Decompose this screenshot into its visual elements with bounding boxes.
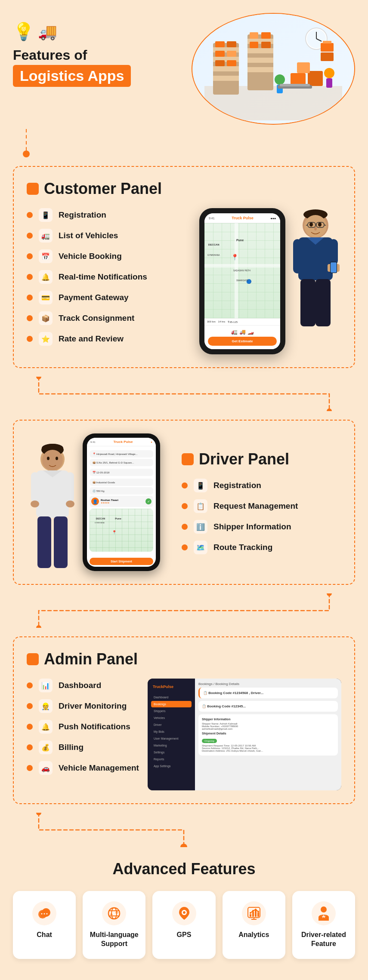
driver-panel-content: 9:41 Truck Pulse ● 📍 Hinjewadi Road, Hin… [27, 433, 341, 571]
sidebar-item-settings[interactable]: Settings [151, 749, 192, 756]
sidebar-item-vehicles[interactable]: Vehicles [151, 715, 192, 721]
gps-label: GPS [177, 931, 192, 940]
list-item: 🚗 Vehicle Management [27, 761, 139, 775]
customer-panel-title: Customer Panel [27, 180, 341, 198]
start-shipment-btn[interactable]: Start Shipment [90, 558, 153, 565]
driver-monitor-icon: 👷 [39, 699, 53, 713]
driver-feature-label: Driver-related Feature [299, 931, 348, 949]
booking-breadcrumb: Bookings / Booking Details [198, 682, 338, 686]
sidebar-item-usermgmt[interactable]: User Management [151, 735, 192, 742]
svg-point-95 [252, 910, 254, 912]
svg-rect-8 [215, 51, 225, 57]
push-notif-icon: 🔔 [39, 720, 53, 734]
svg-line-44 [306, 225, 308, 225]
feature-label: Driver Monitoring [59, 701, 127, 711]
feature-dot [27, 315, 33, 321]
vehicle-mgmt-icon: 🚗 [39, 761, 53, 775]
svg-point-26 [324, 68, 334, 78]
svg-rect-64 [36, 470, 69, 518]
svg-point-63 [56, 457, 58, 460]
pickup-field: 📍 Hinjewadi Road, Hinjewadi Village... [90, 450, 153, 458]
driver-panel-heading: Driver Panel [199, 450, 289, 468]
sidebar-item-marketing[interactable]: Marketing [151, 742, 192, 749]
svg-point-24 [275, 74, 285, 85]
list-item: 💳 Payment Gateway [27, 291, 199, 304]
advanced-card-gps: GPS [152, 891, 215, 959]
svg-rect-34 [321, 43, 334, 52]
goods-field: 📦 Industrial Goods [90, 479, 153, 486]
customer-person [290, 208, 341, 329]
svg-rect-11 [227, 60, 236, 66]
feature-dot [182, 524, 188, 530]
sidebar-item-appsettings[interactable]: App Settings [151, 763, 192, 769]
admin-dashboard-preview: TruckPulse Dashboard Bookings Shippers V… [148, 679, 341, 790]
svg-point-88 [183, 911, 186, 914]
feature-label: Push Notifications [59, 722, 130, 731]
feature-label: Vehicle Management [59, 763, 139, 773]
customer-panel-heading: Customer Panel [44, 180, 162, 198]
feature-label: Shipper Information [213, 522, 291, 531]
svg-rect-90 [250, 914, 251, 917]
list-item: 📋 Request Management [182, 499, 341, 513]
feature-label: Track Consignment [59, 313, 134, 323]
header-icons: 💡 🚚 [13, 22, 57, 42]
driver-feature-icon [312, 901, 336, 925]
customer-phone-mockup: 9:41 Truck Pulse ●●● 📍 🔵 [199, 208, 285, 354]
advanced-card-chat: Chat [13, 891, 76, 959]
svg-point-74 [180, 844, 187, 847]
driver-panel-wrapper: 9:41 Truck Pulse ● 📍 Hinjewadi Road, Hin… [0, 420, 368, 585]
sidebar-item-reports[interactable]: Reports [151, 756, 192, 762]
svg-point-61 [42, 450, 63, 470]
driver-panel-title: Driver Panel [182, 450, 341, 468]
svg-point-41 [318, 222, 322, 227]
svg-rect-49 [293, 239, 302, 273]
driver-mini-map: DECCAN GYMKHANA Pune 📍 [90, 509, 153, 552]
warehouse-svg [204, 17, 342, 120]
svg-rect-50 [329, 239, 338, 265]
svg-point-100 [321, 906, 327, 912]
admin-feature-list: 📊 Dashboard 👷 Driver Monitoring 🔔 Push N… [27, 679, 139, 775]
customer-panel-card: Customer Panel 📱 Registration 🚛 List of … [13, 166, 355, 368]
svg-rect-29 [280, 84, 310, 86]
svg-rect-65 [31, 472, 39, 502]
driver-features-section: Driver Panel 📱 Registration 📋 Request Ma… [173, 450, 341, 554]
admin-sidebar: TruckPulse Dashboard Bookings Shippers V… [148, 679, 195, 790]
feature-dot [27, 212, 33, 218]
sidebar-item-driver[interactable]: Driver [151, 722, 192, 728]
driver-reg-icon: 📱 [194, 479, 207, 492]
sidebar-item-bookings[interactable]: Bookings [151, 701, 192, 707]
svg-point-79 [44, 913, 45, 915]
svg-rect-53 [331, 262, 337, 273]
advanced-card-multilang: A あ Multi-language Support [83, 891, 145, 959]
header-title-plain: Features of [13, 47, 87, 63]
svg-rect-55 [315, 279, 331, 326]
svg-rect-22 [308, 71, 323, 86]
sidebar-item-mybids[interactable]: My Bids [151, 728, 192, 735]
svg-point-67 [31, 501, 39, 507]
sidebar-item-dashboard[interactable]: Dashboard [151, 694, 192, 700]
track-icon: 📦 [39, 311, 53, 325]
phone-bottom: 🚛 🚚 🏎️ Get Estimate [204, 325, 280, 349]
customer-title-box [27, 183, 39, 195]
svg-point-68 [66, 501, 74, 507]
chat-label: Chat [37, 931, 52, 940]
weight-field: ⚖️ 550 Kg [90, 487, 153, 495]
list-item: 📅 Vehicle Booking [27, 249, 199, 263]
driver-phone-mockup: 9:41 Truck Pulse ● 📍 Hinjewadi Road, Hin… [83, 433, 160, 571]
feature-dot [27, 233, 33, 239]
feature-label: Route Tracking [213, 543, 272, 552]
sidebar-item-shippers[interactable]: Shippers [151, 708, 192, 714]
list-item: 📱 Registration [182, 479, 341, 492]
warehouse-illustration [192, 13, 355, 125]
svg-rect-17 [250, 32, 258, 39]
svg-point-40 [309, 222, 313, 227]
svg-point-73 [36, 813, 41, 815]
admin-panel-wrapper: Admin Panel 📊 Dashboard 👷 Driver Monitor… [0, 636, 368, 804]
analytics-label: Analytics [238, 931, 269, 940]
notification-icon: 🔔 [39, 270, 53, 284]
section-connector-2 [13, 593, 355, 628]
get-estimate-btn[interactable]: Get Estimate [208, 337, 277, 346]
advanced-card-driver: Driver-related Feature [292, 891, 355, 959]
svg-rect-69 [37, 516, 51, 568]
analytics-icon [242, 901, 266, 925]
